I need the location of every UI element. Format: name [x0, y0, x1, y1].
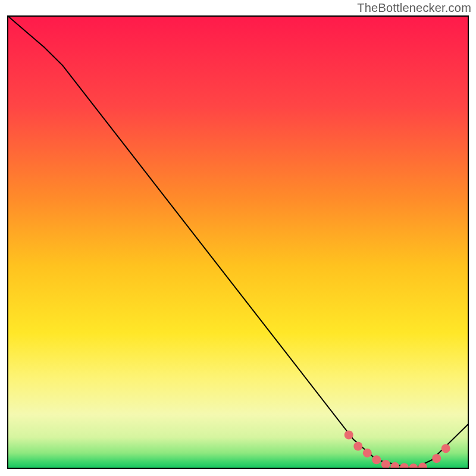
marker-point	[432, 454, 441, 463]
chart-frame: TheBottlenecker.com	[0, 0, 476, 476]
marker-point	[345, 430, 353, 439]
chart-svg	[7, 15, 469, 469]
marker-point	[381, 460, 390, 469]
marker-point	[372, 455, 381, 464]
marker-point	[353, 441, 362, 450]
attribution-label: TheBottlenecker.com	[357, 1, 471, 15]
plot-area	[7, 15, 469, 469]
marker-point	[441, 444, 450, 453]
marker-point	[363, 449, 372, 458]
